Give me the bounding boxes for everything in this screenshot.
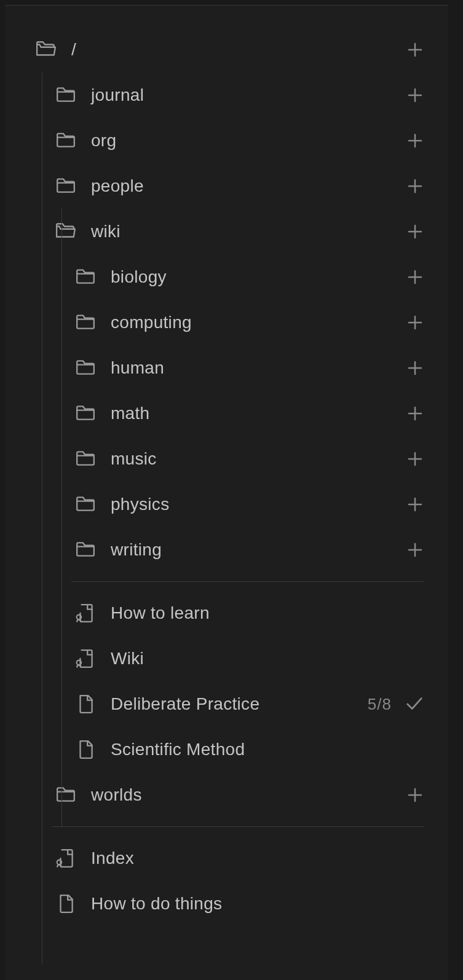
folder-wiki[interactable]: wiki bbox=[5, 209, 448, 254]
folder-label: music bbox=[111, 449, 406, 469]
folder-label: people bbox=[91, 176, 406, 196]
folder-org[interactable]: org bbox=[5, 118, 448, 163]
divider bbox=[52, 826, 424, 827]
folder-open-icon bbox=[36, 39, 57, 60]
folder-music[interactable]: music bbox=[5, 436, 448, 482]
add-button[interactable] bbox=[406, 786, 424, 804]
folder-label: biology bbox=[111, 267, 406, 287]
note-link-icon bbox=[55, 848, 76, 869]
folder-label: journal bbox=[91, 85, 406, 105]
folder-closed-icon bbox=[55, 176, 76, 197]
root-label: / bbox=[71, 40, 406, 60]
folder-closed-icon bbox=[75, 267, 96, 288]
add-button[interactable] bbox=[406, 178, 424, 195]
note-scientific-method[interactable]: Scientific Method bbox=[5, 727, 448, 772]
note-icon bbox=[75, 739, 96, 760]
folder-computing[interactable]: computing bbox=[5, 300, 448, 345]
folder-closed-icon bbox=[75, 449, 96, 469]
add-button[interactable] bbox=[406, 41, 424, 58]
note-label: Index bbox=[91, 849, 424, 868]
folder-biology[interactable]: biology bbox=[5, 254, 448, 300]
file-tree: / journal org people wiki bbox=[5, 27, 448, 927]
add-button[interactable] bbox=[406, 450, 424, 468]
folder-closed-icon bbox=[75, 358, 96, 378]
folder-closed-icon bbox=[55, 130, 76, 151]
folder-label: worlds bbox=[91, 785, 406, 805]
note-label: Scientific Method bbox=[111, 740, 424, 759]
folder-closed-icon bbox=[75, 403, 96, 424]
add-button[interactable] bbox=[406, 314, 424, 331]
note-label: Deliberate Practice bbox=[111, 694, 368, 714]
folder-worlds[interactable]: worlds bbox=[5, 772, 448, 818]
note-link-icon bbox=[75, 603, 96, 624]
task-count: 5/8 bbox=[368, 695, 392, 714]
folder-closed-icon bbox=[55, 85, 76, 106]
tree-guide bbox=[42, 73, 42, 965]
add-button[interactable] bbox=[406, 269, 424, 286]
add-button[interactable] bbox=[406, 496, 424, 513]
folder-open-icon bbox=[55, 221, 76, 242]
folder-label: human bbox=[111, 358, 406, 378]
note-icon bbox=[75, 694, 96, 715]
add-button[interactable] bbox=[406, 223, 424, 240]
folder-label: computing bbox=[111, 313, 406, 332]
tree-root[interactable]: / bbox=[5, 27, 448, 73]
folder-label: math bbox=[111, 404, 406, 423]
tree-guide bbox=[61, 209, 62, 827]
folder-label: writing bbox=[111, 540, 406, 560]
add-button[interactable] bbox=[406, 87, 424, 104]
folder-math[interactable]: math bbox=[5, 391, 448, 436]
folder-label: org bbox=[91, 131, 406, 151]
folder-label: physics bbox=[111, 495, 406, 514]
divider bbox=[71, 581, 424, 582]
folder-closed-icon bbox=[75, 494, 96, 515]
folder-physics[interactable]: physics bbox=[5, 482, 448, 527]
folder-writing[interactable]: writing bbox=[5, 527, 448, 573]
note-label: How to do things bbox=[91, 894, 424, 914]
folder-label: wiki bbox=[91, 222, 406, 241]
folder-closed-icon bbox=[55, 785, 76, 806]
add-button[interactable] bbox=[406, 541, 424, 559]
note-label: How to learn bbox=[111, 603, 424, 623]
note-index[interactable]: Index bbox=[5, 836, 448, 881]
add-button[interactable] bbox=[406, 132, 424, 149]
folder-people[interactable]: people bbox=[5, 163, 448, 209]
add-button[interactable] bbox=[406, 405, 424, 422]
note-deliberate-practice[interactable]: Deliberate Practice 5/8 bbox=[5, 681, 448, 727]
note-label: Wiki bbox=[111, 649, 424, 668]
note-how-to-do-things[interactable]: How to do things bbox=[5, 881, 448, 927]
note-link-icon bbox=[75, 648, 96, 669]
add-button[interactable] bbox=[406, 359, 424, 377]
folder-journal[interactable]: journal bbox=[5, 73, 448, 118]
check-icon bbox=[405, 695, 424, 713]
folder-human[interactable]: human bbox=[5, 345, 448, 391]
note-wiki[interactable]: Wiki bbox=[5, 636, 448, 681]
folder-closed-icon bbox=[75, 312, 96, 333]
note-how-to-learn[interactable]: How to learn bbox=[5, 590, 448, 636]
note-icon bbox=[55, 893, 76, 914]
folder-closed-icon bbox=[75, 539, 96, 560]
